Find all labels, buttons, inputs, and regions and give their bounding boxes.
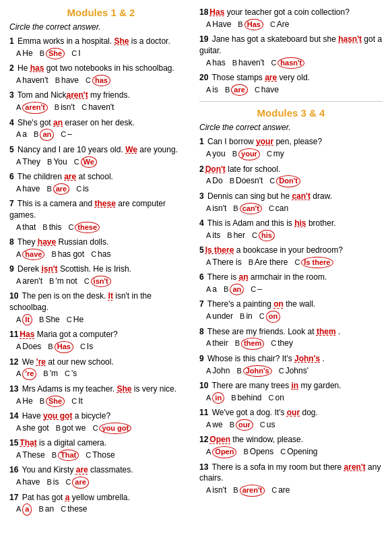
answer-highlight: your <box>256 137 273 146</box>
question-block: 10 There are many trees in my garden.Ain… <box>199 380 383 404</box>
question-text: 10 There are many trees in my garden. <box>199 380 383 392</box>
options-row: Aisn'tBcan'tCcan <box>206 203 383 214</box>
question-number: 3 <box>9 90 14 100</box>
option: CJohns' <box>279 365 308 377</box>
question-block: 2 He has got two notebooks in his school… <box>9 63 193 86</box>
option: Bisn't <box>55 102 75 113</box>
option-letter: C <box>269 394 274 402</box>
option: CAre <box>270 19 290 30</box>
option: Cthese <box>61 503 87 515</box>
answer-highlight: We <box>125 145 137 154</box>
option: Aaren't <box>16 276 42 287</box>
option-letter: C <box>65 478 71 486</box>
question-number: 7 <box>199 299 204 309</box>
question-text: 20 Those stamps are very old. <box>199 72 383 84</box>
option-letter: B <box>225 86 230 94</box>
circled-answer: your <box>238 148 260 160</box>
question-number: 12 <box>199 435 208 444</box>
option: Ban <box>224 284 244 295</box>
question-text: 8 They have Russian dolls. <box>9 237 193 248</box>
question-number: 2 <box>199 164 204 174</box>
option: Cthey <box>271 338 293 349</box>
question-block: 5 Nancy and I are 10 years old. We are y… <box>9 144 193 168</box>
question-number: 5 <box>199 245 204 255</box>
question-block: 13 Mrs Adams is my teacher. She is very … <box>9 384 193 407</box>
circled-answer: isn't <box>91 276 111 287</box>
option-letter: B <box>38 505 43 513</box>
option-letter: C <box>271 59 276 67</box>
options-row: AthatBthisCthese <box>16 222 193 233</box>
answer-highlight: in <box>292 381 299 390</box>
question-text: 10 The pen is on the desk. It isn't in t… <box>9 290 193 313</box>
option: Bour <box>230 419 253 431</box>
option-letter: A <box>16 250 21 258</box>
option-letter: B <box>40 49 44 57</box>
options-row: ADoesBHasCIs <box>16 341 193 352</box>
question-text: 1 Can I borrow your pen, please? <box>199 136 383 148</box>
question-text: 4 She's got an eraser on her desk. <box>9 117 193 129</box>
option-letter: C <box>267 150 272 158</box>
answer-highlight: John's <box>294 354 320 363</box>
question-block: 19 Jane has got a skateboard but she has… <box>199 34 383 69</box>
option: ADo <box>206 175 223 187</box>
question-block: 9 Whose is this chair? It's John's .AJoh… <box>199 353 383 377</box>
question-block: 1 Can I borrow your pen, please?AyouByou… <box>199 136 383 160</box>
option-letter: C <box>270 20 275 28</box>
option-letter: B <box>236 367 241 375</box>
question-number: 8 <box>9 237 14 247</box>
option-letter: C <box>71 49 77 57</box>
question-number: 9 <box>199 354 204 363</box>
question-text: 13 There is a sofa in my room but there … <box>199 462 383 485</box>
option-letter: A <box>16 505 21 513</box>
option: Chas <box>86 75 110 86</box>
answer-highlight: Has <box>209 7 224 17</box>
option: Cisn't <box>84 276 111 287</box>
circled-answer: on <box>266 311 280 322</box>
circled-answer: them <box>241 338 264 349</box>
module-title-right: Modules 3 & 4 <box>199 107 383 119</box>
question-number: 4 <box>199 218 204 228</box>
question-text: 6 There is an armchair in the room. <box>199 272 383 283</box>
option-letter: C <box>67 315 72 324</box>
option: Ayou <box>206 148 226 160</box>
option: AHave <box>206 19 231 30</box>
question-block: 4 This is Adam and this is his brother.A… <box>199 218 383 241</box>
question-number: 4 <box>9 118 14 127</box>
option: CI <box>71 48 80 59</box>
option-letter: C <box>71 397 77 405</box>
question-text: 19 Jane has got a skateboard but she has… <box>199 34 383 57</box>
question-text: 6 The children are at school. <box>9 171 193 183</box>
options-row: AitsBherChis <box>206 230 383 241</box>
options-row: AHeBSheCIt <box>16 396 193 407</box>
options-row: AinBbehindCon <box>206 392 383 404</box>
question-text: 17 Pat has got a yellow umbrella. <box>9 492 193 503</box>
question-number: 8 <box>199 327 204 336</box>
circled-answer: It <box>22 314 32 326</box>
answer-highlight: Don't <box>205 164 226 174</box>
option-letter: A <box>16 223 21 231</box>
option: Aisn't <box>206 203 226 214</box>
question-number: 3 <box>199 191 204 201</box>
circled-answer: She <box>46 396 65 407</box>
option: Chasn't <box>271 57 304 69</box>
option-letter: C <box>279 367 284 375</box>
option: BDoesn't <box>230 175 263 187</box>
option-letter: B <box>243 448 248 456</box>
option-letter: B <box>43 369 48 377</box>
question-text: 7 There's a painting on the wall. <box>199 299 383 310</box>
question-number: 13 <box>9 384 18 394</box>
option: Bher <box>227 230 245 241</box>
option: Bhas got <box>51 249 84 260</box>
question-text: 4 This is Adam and this is his brother. <box>199 218 383 229</box>
option-letter: A <box>16 130 21 138</box>
left-column: Modules 1 & 2Circle the correct answer.1… <box>9 7 193 519</box>
option: BOpens <box>243 446 273 458</box>
option: Ahave <box>16 183 40 195</box>
option: COpening <box>280 446 317 458</box>
instruction-left: Circle the correct answer. <box>9 22 193 32</box>
options-row: AyouByourCmy <box>206 148 383 160</box>
option-letter: A <box>206 258 211 266</box>
option: BHas <box>48 341 73 352</box>
option-letter: C <box>61 130 66 138</box>
option: Chave <box>255 84 279 96</box>
